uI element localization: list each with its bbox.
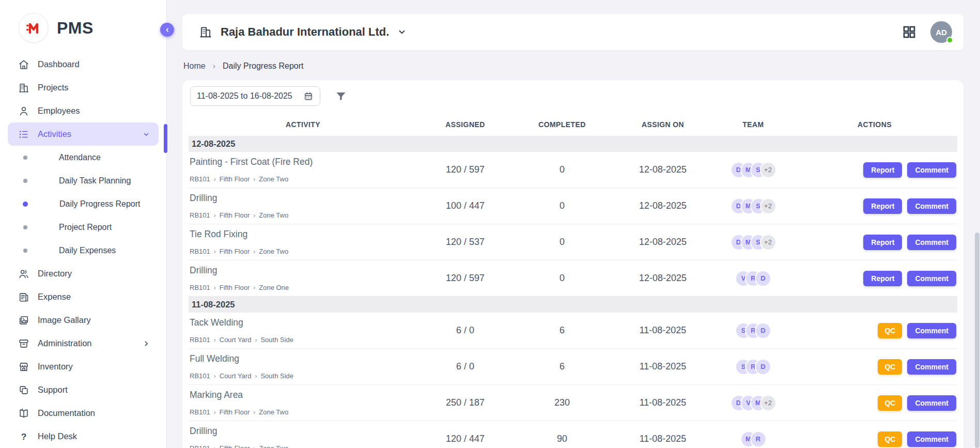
sidebar-item-help-desk[interactable]: ?Help Desk — [8, 425, 159, 448]
report-button[interactable]: Report — [863, 198, 902, 214]
sidebar-item-attendance[interactable]: Attendance — [8, 146, 159, 169]
date-range-input[interactable]: 11-08-2025 to 16-08-2025 — [190, 86, 320, 106]
path-segment: Zone Two — [259, 175, 288, 183]
sidebar-item-label: Expense — [38, 292, 71, 302]
app-root: PMS DashboardProjectsEmployeesActivities… — [0, 0, 980, 448]
table-row: Tack WeldingRB101›Court Yard›South Side6… — [189, 313, 957, 349]
comment-button[interactable]: Comment — [907, 162, 956, 178]
bullet-icon — [23, 156, 27, 160]
sidebar-item-label: Documentation — [38, 408, 95, 418]
sidebar-item-label: Inventory — [38, 362, 73, 372]
actions-cell: QCComment — [792, 431, 957, 447]
user-avatar[interactable]: AD — [930, 21, 952, 43]
sidebar-item-administration[interactable]: Administration — [8, 332, 159, 355]
report-card: 11-08-2025 to 16-08-2025 ACTIVITYASSIGNE… — [182, 80, 963, 448]
path-segment: Fifth Floor — [220, 211, 250, 219]
column-header-completed: COMPLETED — [513, 120, 611, 129]
comment-button[interactable]: Comment — [907, 431, 956, 447]
sidebar-item-documentation[interactable]: Documentation — [8, 401, 159, 425]
sidebar-item-daily-progress-report[interactable]: Daily Progress Report — [8, 192, 159, 215]
sidebar-item-employees[interactable]: Employees — [8, 99, 159, 122]
sidebar-item-daily-expenses[interactable]: Daily Expenses — [8, 239, 159, 262]
page-scrollbar[interactable] — [975, 0, 979, 448]
sidebar-item-support[interactable]: Support — [8, 378, 159, 401]
directory-icon — [18, 268, 29, 280]
assigned-value: 120 / 447 — [417, 434, 513, 444]
team-cell: VRD — [714, 271, 792, 286]
scrollbar-thumb[interactable] — [975, 233, 979, 448]
completed-value: 0 — [513, 164, 611, 175]
path-separator-icon: › — [253, 212, 255, 219]
path-segment: RB101 — [190, 372, 210, 380]
activity-cell: Full WeldingRB101›Court Yard›South Side — [189, 349, 417, 384]
sidebar-collapse-button[interactable] — [160, 23, 174, 37]
comment-button[interactable]: Comment — [907, 235, 956, 250]
comment-button[interactable]: Comment — [907, 271, 956, 286]
activity-location-path: RB101›Fifth Floor›Zone Two — [190, 248, 413, 255]
comment-button[interactable]: Comment — [907, 359, 956, 375]
sidebar-item-dashboard[interactable]: Dashboard — [8, 53, 159, 76]
qc-button[interactable]: QC — [878, 323, 902, 338]
company-name: Raja Bahadur International Ltd. — [221, 25, 389, 39]
report-button[interactable]: Report — [863, 235, 902, 250]
path-segment: Fifth Floor — [220, 408, 250, 416]
path-separator-icon: › — [214, 373, 216, 380]
sidebar-item-label: Employees — [38, 106, 80, 116]
chevron-down-icon — [142, 130, 150, 138]
path-separator-icon: › — [214, 248, 216, 255]
activity-name: Tack Welding — [190, 317, 413, 328]
sidebar-item-expense[interactable]: Expense — [8, 285, 159, 308]
breadcrumb-home-link[interactable]: Home — [183, 61, 206, 71]
activity-name: Tie Rod Fixing — [190, 229, 413, 240]
actions-cell: ReportComment — [792, 271, 957, 286]
team-more-badge: +2 — [761, 163, 775, 177]
team-member-avatar: R — [751, 432, 766, 446]
team-member-avatar: D — [756, 271, 770, 286]
qc-button[interactable]: QC — [878, 431, 902, 447]
sidebar-item-label: Directory — [38, 269, 72, 279]
active-bullet-icon — [23, 202, 28, 207]
qc-button[interactable]: QC — [878, 359, 902, 375]
sidebar-item-daily-task-planning[interactable]: Daily Task Planning — [8, 169, 159, 192]
report-button[interactable]: Report — [863, 162, 902, 178]
sidebar-item-directory[interactable]: Directory — [8, 262, 159, 285]
app-title: PMS — [57, 19, 94, 38]
completed-value: 6 — [513, 361, 611, 372]
comment-button[interactable]: Comment — [907, 395, 956, 411]
activity-location-path: RB101›Fifth Floor›Zone One — [190, 284, 413, 291]
sidebar-item-inventory[interactable]: Inventory — [8, 355, 159, 378]
path-segment: RB101 — [190, 211, 210, 219]
sidebar-item-activities[interactable]: Activities — [8, 122, 159, 146]
sidebar-item-image-gallary[interactable]: Image Gallary — [8, 308, 159, 332]
filter-icon[interactable] — [335, 90, 347, 102]
path-segment: Fifth Floor — [220, 175, 250, 183]
report-button[interactable]: Report — [863, 271, 902, 286]
path-segment: Fifth Floor — [220, 248, 250, 255]
activity-cell: DrillingRB101›Fifth Floor›Zone Two — [189, 188, 417, 224]
activity-cell: Painting - First Coat (Fire Red)RB101›Fi… — [189, 152, 417, 188]
assign-on-date: 11-08-2025 — [611, 325, 714, 336]
company-selector[interactable]: Raja Bahadur International Ltd. — [199, 25, 407, 39]
path-separator-icon: › — [253, 248, 255, 255]
activity-cell: DrillingRB101›Fifth Floor›Zone One — [189, 260, 417, 296]
sidebar-item-label: Project Report — [59, 223, 112, 232]
calendar-icon — [303, 91, 314, 101]
column-header-actions: ACTIONS — [792, 120, 957, 129]
actions-cell: QCComment — [792, 359, 957, 375]
team-cell: MR — [714, 432, 792, 446]
sidebar-item-label: Image Gallary — [38, 315, 91, 325]
comment-button[interactable]: Comment — [907, 323, 956, 338]
path-segment: Zone One — [259, 284, 289, 291]
comment-button[interactable]: Comment — [907, 198, 956, 214]
sidebar-item-label: Help Desk — [38, 431, 77, 441]
activity-name: Drilling — [190, 426, 413, 437]
qc-button[interactable]: QC — [878, 395, 902, 411]
apps-grid-icon[interactable] — [901, 24, 917, 40]
activity-location-path: RB101›Fifth Floor›Zone Two — [190, 408, 413, 416]
topbar-right: AD — [901, 21, 952, 43]
sidebar-item-label: Daily Progress Report — [59, 199, 141, 209]
online-status-dot — [946, 37, 953, 43]
column-header-assign-on: ASSIGN ON — [611, 120, 714, 129]
sidebar-item-project-report[interactable]: Project Report — [8, 215, 159, 239]
sidebar-item-projects[interactable]: Projects — [8, 76, 159, 99]
